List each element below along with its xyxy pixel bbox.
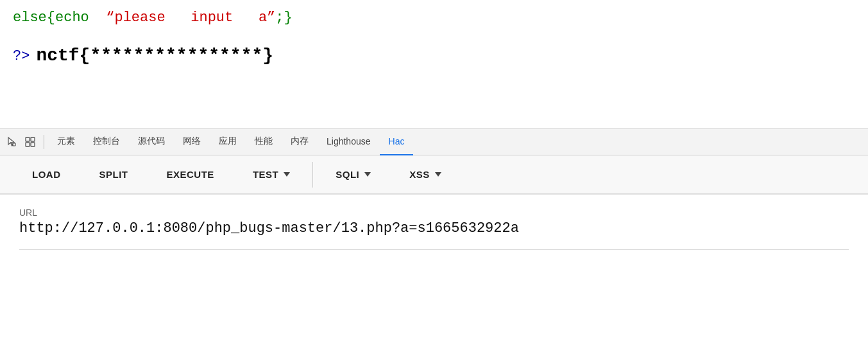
code-suffix: ;} [275,10,292,26]
svg-rect-4 [31,143,35,146]
inspect-icon[interactable] [23,135,37,149]
tab-console[interactable]: 控制台 [84,128,129,155]
url-value: http://127.0.0.1:8080/php_bugs-master/13… [19,220,849,236]
code-string-close: ” [267,10,275,26]
svg-rect-3 [26,143,30,146]
code-please: please [114,10,165,26]
url-area: URL http://127.0.0.1:8080/php_bugs-maste… [0,194,868,263]
code-line2: ?> nctf{****************} [13,42,855,71]
split-button[interactable]: SPLIT [80,155,148,194]
code-area: else{echo “please input a”;} ?> nctf{***… [0,0,868,128]
test-button[interactable]: TEST [234,155,309,194]
execute-button[interactable]: EXECUTE [148,155,234,194]
tab-performance[interactable]: 性能 [246,128,282,155]
code-a: a [259,10,267,26]
code-input: input [191,10,233,26]
svg-rect-0 [13,143,15,146]
svg-rect-1 [26,137,30,141]
toolbar-separator [312,162,313,188]
nctf-value: nctf{****************} [36,42,273,71]
code-space2 [233,10,259,26]
xss-button[interactable]: XSS [390,155,461,194]
code-line1: else{echo “please input a”;} [13,6,855,29]
tab-lighthouse[interactable]: Lighthouse [318,128,380,155]
tab-memory[interactable]: 内存 [282,128,318,155]
svg-rect-2 [31,137,35,141]
load-button[interactable]: LOAD [13,155,80,194]
tab-elements[interactable]: 元素 [48,128,84,155]
test-dropdown-arrow [284,172,290,177]
tab-hac[interactable]: Hac [380,128,414,155]
cursor-icon[interactable] [5,135,19,149]
xss-dropdown-arrow [435,172,441,177]
url-divider [19,249,849,250]
sqli-dropdown-arrow [364,172,371,177]
code-string-open: “ [106,10,114,26]
tab-application[interactable]: 应用 [210,128,246,155]
sqli-button[interactable]: SQLI [316,155,390,194]
code-else: else{echo [13,10,106,26]
devtools-tabbar: 元素 控制台 源代码 网络 应用 性能 内存 Lighthouse Hac [0,128,868,155]
hack-toolbar: LOAD SPLIT EXECUTE TEST SQLI XSS [0,155,868,194]
url-label: URL [19,207,849,218]
php-tag: ?> [13,45,30,67]
tab-sources[interactable]: 源代码 [129,128,174,155]
devtools-icon-group [5,135,44,149]
code-space1 [166,10,191,26]
tab-network[interactable]: 网络 [174,128,210,155]
